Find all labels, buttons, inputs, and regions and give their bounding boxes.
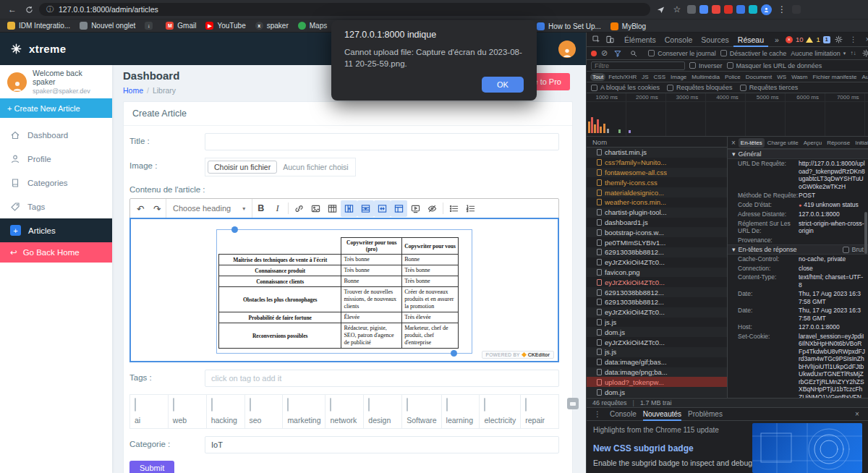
drawer-tab[interactable]: Console xyxy=(610,408,637,421)
tags-input[interactable] xyxy=(205,370,559,387)
insert-row-icon[interactable] xyxy=(357,200,374,217)
sidebar-item-profile[interactable]: Profile xyxy=(0,147,112,171)
link-icon[interactable] xyxy=(291,200,307,217)
drawer-tab[interactable]: Problèmes xyxy=(688,408,723,421)
search-icon[interactable] xyxy=(628,48,639,59)
browser-menu-kebab-icon[interactable]: ⋮ xyxy=(775,3,788,16)
filter-chip[interactable]: WS xyxy=(775,73,788,81)
url-bar[interactable]: ⓘ 127.0.0.1:8000/admin/articles xyxy=(39,3,650,16)
vous-cell[interactable]: Bonne xyxy=(402,255,459,265)
devtools-kebab-icon[interactable]: ⋮ xyxy=(848,34,859,46)
devtools-tab[interactable]: Sources xyxy=(697,33,733,47)
disable-cache-toggle[interactable]: Désactiver le cache xyxy=(720,50,787,57)
network-request-row[interactable]: dom.js xyxy=(587,387,727,397)
tag-checkbox[interactable] xyxy=(330,398,331,412)
filter-chip[interactable]: Fetch/XHR xyxy=(606,73,639,81)
details-tab[interactable]: Aperçu xyxy=(801,140,824,146)
network-request-row[interactable]: css?family=Nunito... xyxy=(587,158,727,168)
settings-gear-icon[interactable] xyxy=(833,34,845,46)
devtools-tab[interactable]: Console xyxy=(660,33,697,47)
headers-content[interactable]: ▾ Général URL De Requête: http://127.0.0… xyxy=(728,149,868,398)
sidebar-item-tags[interactable]: Tags xyxy=(0,195,112,218)
filter-input[interactable] xyxy=(591,61,685,70)
network-overview-timeline[interactable]: 1000 ms2000 ms3000 ms4000 ms5000 ms6000 … xyxy=(587,93,868,137)
network-request-row[interactable]: eyJrZXkiOiI4ZTc0... xyxy=(587,337,727,347)
bookmark-item[interactable]: M Gmail xyxy=(166,22,196,30)
network-request-row[interactable]: 62913038bb8812... xyxy=(587,297,727,307)
pro-cell[interactable]: Très bonne xyxy=(341,265,402,276)
device-toolbar-icon[interactable] xyxy=(604,34,616,46)
bookmark-item[interactable]: ▶ YouTube xyxy=(205,22,245,30)
preview-off-icon[interactable] xyxy=(424,200,441,217)
network-settings-gear-icon[interactable] xyxy=(860,48,868,59)
bold-button[interactable]: B xyxy=(252,200,269,217)
italic-button[interactable]: I xyxy=(269,200,286,217)
network-conditions-icon[interactable]: ↑↓ xyxy=(850,50,856,56)
vous-cell[interactable]: Très bonne xyxy=(402,276,459,287)
breadcrumb-home[interactable]: Home xyxy=(123,86,143,95)
app-icon[interactable] xyxy=(792,5,801,14)
details-tab[interactable]: En-têtes xyxy=(739,138,765,148)
row-label-cell[interactable]: Connaissance clients xyxy=(219,276,341,287)
submit-button[interactable]: Submit xyxy=(129,461,174,473)
bookmark-item[interactable]: x spaker xyxy=(255,22,289,30)
heading-dropdown[interactable]: Choose heading ▾ xyxy=(166,199,252,218)
share-icon[interactable] xyxy=(654,3,667,16)
tag-checkbox[interactable] xyxy=(211,398,213,412)
network-request-row[interactable]: eyJrZXkiOiI4ZTc0... xyxy=(587,307,727,318)
blocked-cookies-toggle[interactable]: A bloqué les cookies xyxy=(591,84,660,91)
vous-cell[interactable]: Très bonne xyxy=(402,265,459,276)
general-section-header[interactable]: ▾ Général xyxy=(728,149,868,159)
numbered-list-icon[interactable] xyxy=(462,200,479,217)
network-request-row[interactable]: chartist.min.js xyxy=(587,148,727,158)
extension-icon[interactable] xyxy=(724,5,733,14)
warning-badge-icon[interactable] xyxy=(806,37,813,43)
categorie-input[interactable] xyxy=(205,436,559,453)
network-request-row[interactable]: materialdesignico... xyxy=(587,187,727,197)
details-tab[interactable]: Initiateur xyxy=(853,140,868,146)
drawer-tab[interactable]: Nouveautés xyxy=(643,408,681,421)
create-new-article-button[interactable]: + Create New Article xyxy=(0,98,112,118)
undo-icon[interactable]: ↶ xyxy=(132,200,149,217)
pro-cell[interactable]: Bonne xyxy=(341,276,402,287)
comparison-table[interactable]: Copywriter pour tous (pro) Copywriter po… xyxy=(218,237,459,349)
filter-chip[interactable]: Fichier manifeste xyxy=(811,73,859,81)
filter-chip[interactable]: Document xyxy=(744,73,774,81)
extension-icon[interactable] xyxy=(712,5,720,14)
network-request-row[interactable]: bootstrap-icons.w... xyxy=(587,227,727,237)
close-details-icon[interactable]: × xyxy=(729,139,738,147)
row-label-cell[interactable]: Probabilité de faire fortune xyxy=(219,312,341,323)
vous-cell[interactable]: Très élevée xyxy=(402,312,459,323)
network-request-row[interactable]: upload?_tokenpw... xyxy=(587,377,727,387)
tag-checkbox[interactable] xyxy=(484,398,485,412)
filter-chip[interactable]: Autre xyxy=(859,73,868,81)
bookmark-item[interactable]: Nouvel onglet xyxy=(80,22,135,30)
insert-table-icon[interactable] xyxy=(324,200,341,217)
tag-checkbox[interactable] xyxy=(173,398,174,412)
preserve-log-toggle[interactable]: Conserver le journal xyxy=(648,50,716,57)
editor-content-area[interactable]: Copywriter pour tous (pro) Copywriter po… xyxy=(129,218,559,362)
issues-badge-icon[interactable]: 1 xyxy=(823,36,830,43)
bookmark-item[interactable]: ↓ xyxy=(145,22,156,30)
bulleted-list-icon[interactable] xyxy=(446,200,462,217)
filter-chip[interactable]: CSS xyxy=(652,73,668,81)
dialog-ok-button[interactable]: OK xyxy=(482,77,524,93)
more-panels-icon[interactable]: » xyxy=(770,33,783,47)
sidebar-item-categories[interactable]: Categories xyxy=(0,171,112,195)
bookmark-item[interactable]: How to Set Up... xyxy=(537,22,601,30)
network-request-row[interactable]: chartist-plugin-tool... xyxy=(587,208,727,218)
pro-cell[interactable]: Élevée xyxy=(341,312,402,323)
network-request-row[interactable]: dom.js xyxy=(587,327,727,337)
tag-checkbox[interactable] xyxy=(525,398,527,412)
devtools-close-icon[interactable]: × xyxy=(862,34,868,46)
drawer-kebab-icon[interactable]: ⋮ xyxy=(592,409,603,420)
title-input[interactable] xyxy=(205,133,559,150)
error-count[interactable]: 10 xyxy=(796,35,804,43)
header-avatar[interactable] xyxy=(558,41,576,58)
bookmark-star-icon[interactable]: ☆ xyxy=(671,3,684,16)
vous-cell[interactable]: Marketeur, chef de produit, chef d'entre… xyxy=(402,323,459,349)
blocked-requests-toggle[interactable]: Requêtes bloquées xyxy=(667,84,733,91)
merge-cells-icon[interactable] xyxy=(374,200,391,217)
network-request-row[interactable]: 62913038bb8812... xyxy=(587,287,727,297)
filter-chip[interactable]: Wasm xyxy=(789,73,809,81)
